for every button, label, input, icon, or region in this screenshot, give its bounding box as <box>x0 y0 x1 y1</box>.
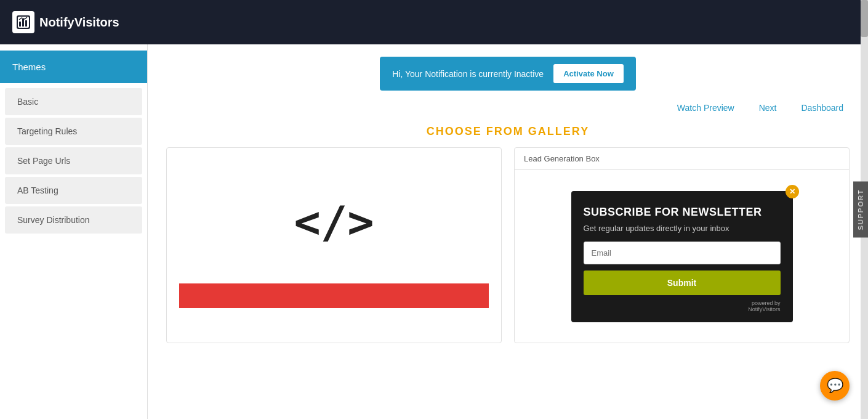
sidebar-item-basic[interactable]: Basic <box>5 88 142 115</box>
svg-rect-3 <box>22 19 24 26</box>
popup-subtitle: Get regular updates directly in your inb… <box>584 224 781 233</box>
notification-text: Hi, Your Notification is currently Inact… <box>392 69 544 79</box>
sidebar-item-survey-distribution[interactable]: Survey Distribution <box>5 206 142 234</box>
notification-banner: Hi, Your Notification is currently Inact… <box>380 57 636 91</box>
watch-preview-link[interactable]: Watch Preview <box>677 103 734 113</box>
email-input[interactable] <box>584 242 781 264</box>
submit-button[interactable]: Submit <box>584 271 781 295</box>
popup-footer: powered byNotifyVisitors <box>584 300 781 312</box>
chat-icon: 💬 <box>827 378 843 394</box>
notification-bar: Hi, Your Notification is currently Inact… <box>148 44 868 97</box>
main-area: Themes Basic Targeting Rules Set Page Ur… <box>0 44 868 419</box>
logo: NotifyVisitors <box>12 11 119 33</box>
top-navigation: NotifyVisitors <box>0 0 868 44</box>
activate-now-button[interactable]: Activate Now <box>553 64 624 83</box>
gallery-card-leadgen-body: ✕ SUBSCRIBE FOR NEWSLETTER Get regular u… <box>515 170 849 343</box>
close-button[interactable]: ✕ <box>786 185 799 198</box>
sidebar: Themes Basic Targeting Rules Set Page Ur… <box>0 44 148 419</box>
content-area: Hi, Your Notification is currently Inact… <box>148 44 868 419</box>
sidebar-item-targeting-rules[interactable]: Targeting Rules <box>5 118 142 145</box>
red-bar <box>179 283 489 308</box>
gallery-grid: </> Lead Generation Box ✕ SUBSCRIBE FOR … <box>148 147 868 356</box>
gallery-card-leadgen: Lead Generation Box ✕ SUBSCRIBE FOR NEWS… <box>514 147 850 343</box>
code-icon: </> <box>294 196 374 248</box>
logo-icon <box>12 11 34 33</box>
chat-button[interactable]: 💬 <box>820 371 850 401</box>
sidebar-item-set-page-urls[interactable]: Set Page Urls <box>5 147 142 174</box>
dashboard-link[interactable]: Dashboard <box>802 103 844 113</box>
support-tab[interactable]: SUPPORT <box>853 182 868 238</box>
top-links: Watch Preview Next Dashboard <box>148 97 868 113</box>
svg-rect-2 <box>19 22 21 26</box>
gallery-card-code-body: </> <box>167 148 501 320</box>
gallery-title: CHOOSE FROM GALLERY <box>148 113 868 147</box>
logo-text: NotifyVisitors <box>39 15 119 30</box>
sidebar-item-themes[interactable]: Themes <box>0 51 147 83</box>
scrollbar-thumb[interactable] <box>861 0 868 37</box>
code-content: </> <box>179 160 489 283</box>
sidebar-item-ab-testing[interactable]: AB Testing <box>5 177 142 204</box>
gallery-card-code: </> <box>166 147 502 343</box>
gallery-card-leadgen-label: Lead Generation Box <box>515 148 849 170</box>
lead-gen-popup: ✕ SUBSCRIBE FOR NEWSLETTER Get regular u… <box>571 191 793 322</box>
popup-title: SUBSCRIBE FOR NEWSLETTER <box>584 206 781 219</box>
next-link[interactable]: Next <box>759 103 777 113</box>
svg-rect-4 <box>25 20 27 26</box>
